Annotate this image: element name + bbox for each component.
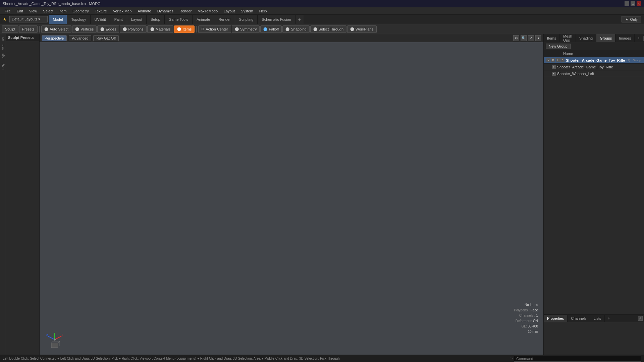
right-panel-tabs: Items Mesh Ops Shading Groups Images + ⤢ — [544, 34, 644, 42]
br-tab-properties[interactable]: Properties — [544, 315, 568, 322]
viewport-settings-icon[interactable]: ⚙ — [513, 35, 519, 41]
tab-paint[interactable]: Paint — [110, 15, 127, 24]
select-through-button[interactable]: ⬤ Select Through — [310, 25, 346, 33]
render-icon[interactable]: R — [551, 58, 555, 62]
br-expand-icon[interactable]: ⤢ — [638, 316, 643, 321]
workplane-button[interactable]: ⬤ WorkPlane — [347, 25, 377, 33]
sculpt-button[interactable]: Sculpt — [2, 25, 18, 33]
menu-select[interactable]: Select — [40, 8, 56, 14]
symmetry-button[interactable]: ⬤ Symmetry — [232, 25, 260, 33]
viewport-stats: No Items Polygons : Face Channels : 1 De… — [514, 302, 538, 335]
viewport-expand-icon[interactable]: ⤢ — [528, 35, 534, 41]
polygons-button[interactable]: ⬤ Polygons — [120, 25, 146, 33]
menu-file[interactable]: File — [2, 8, 13, 14]
tab-topology[interactable]: Topology — [67, 15, 90, 24]
menu-edit[interactable]: Edit — [14, 8, 26, 14]
tab-game-tools[interactable]: Game Tools — [165, 15, 193, 24]
items-button[interactable]: ⬤ Items — [174, 25, 195, 33]
menu-help[interactable]: Help — [257, 8, 270, 14]
viewport-zoom-icon[interactable]: 🔍 — [521, 35, 527, 41]
right-panel-expand-icon[interactable]: ⤢ — [643, 36, 644, 41]
tab-schematic-fusion[interactable]: Schematic Fusion — [258, 15, 295, 24]
snapping-button[interactable]: ⬤ Snapping — [282, 25, 310, 33]
maximize-button[interactable]: □ — [631, 1, 635, 6]
viewport[interactable]: Perspective Advanced Ray GL: Off ⚙ 🔍 ⤢ ▾ — [40, 34, 543, 355]
command-area: > — [511, 356, 641, 362]
svg-text:Y: Y — [54, 331, 56, 333]
tab-layout[interactable]: Layout — [127, 15, 147, 24]
br-tab-add[interactable]: + — [605, 315, 613, 322]
right-tab-images[interactable]: Images — [615, 34, 635, 42]
toolbar: Sculpt Presets ⬤ Auto Select ⬤ Vertices … — [0, 24, 644, 34]
status-bar: Left Double Click: Select Connected ● Le… — [0, 355, 644, 362]
edges-button[interactable]: ⬤ Edges — [97, 25, 119, 33]
menu-layout[interactable]: Layout — [221, 8, 237, 14]
svg-text:Z: Z — [46, 334, 48, 337]
group-item-toy-rifle[interactable]: ▾ Shooter_Arcade_Game_Toy_Rifle — [544, 64, 644, 70]
menu-animate[interactable]: Animate — [135, 8, 154, 14]
window-title: Shooter_Arcade_Game_Toy_Rifle_modo_base.… — [3, 2, 101, 6]
menu-item[interactable]: Item — [57, 8, 69, 14]
title-controls[interactable]: — □ ✕ — [625, 1, 641, 6]
viewport-tab-advanced[interactable]: Advanced — [69, 35, 91, 41]
only-button[interactable]: ★ Only — [622, 16, 641, 22]
group-item-weapon-left[interactable]: ▾ Shooter_Weapon_Left — [544, 70, 644, 77]
tab-add-button[interactable]: + — [296, 15, 304, 24]
command-input[interactable] — [514, 356, 641, 362]
right-tab-shading[interactable]: Shading — [576, 34, 596, 42]
visibility-icon[interactable]: V — [546, 58, 550, 62]
right-panel: Items Mesh Ops Shading Groups Images + ⤢… — [543, 34, 644, 355]
menu-vertex-map[interactable]: Vertex Map — [110, 8, 135, 14]
layout-dropdown[interactable]: Default Layouts ▾ — [9, 16, 48, 22]
right-tab-mesh-ops[interactable]: Mesh Ops — [560, 34, 576, 42]
svg-text:X: X — [62, 333, 63, 336]
action-center-button[interactable]: ⊕ Action Center — [198, 25, 231, 33]
visibility-icons: V R L C — [546, 58, 565, 62]
visibility-icon-2[interactable]: ▾ — [552, 65, 556, 69]
lock-icon[interactable]: L — [556, 58, 560, 62]
left-tab-vert[interactable]: Vert — [1, 43, 5, 51]
presets-button[interactable]: Presets — [19, 25, 38, 33]
visibility-icon-3[interactable]: ▾ — [552, 72, 556, 76]
right-tab-items[interactable]: Items — [544, 34, 560, 42]
materials-button[interactable]: ⬤ Materials — [147, 25, 174, 33]
viewport-tab-perspective[interactable]: Perspective — [42, 35, 67, 41]
left-tab-uv[interactable]: UV — [1, 36, 5, 43]
close-button[interactable]: ✕ — [637, 1, 641, 6]
minimize-button[interactable]: — — [625, 1, 629, 6]
br-tab-channels[interactable]: Channels — [568, 315, 590, 322]
left-tab-edge[interactable]: Edge — [1, 52, 5, 62]
menu-dynamics[interactable]: Dynamics — [155, 8, 176, 14]
visibility-icons-2: ▾ — [552, 65, 556, 69]
viewport-more-icon[interactable]: ▾ — [535, 35, 541, 41]
svg-line-56 — [58, 346, 60, 348]
tab-scripting[interactable]: Scripting — [235, 15, 258, 24]
tab-animate[interactable]: Animate — [193, 15, 214, 24]
svg-line-46 — [55, 336, 61, 340]
viewport-content[interactable]: No Items Polygons : Face Channels : 1 De… — [40, 42, 543, 355]
tab-uvedit[interactable]: UVEdit — [91, 15, 110, 24]
vertices-button[interactable]: ⬤ Vertices — [72, 25, 97, 33]
tab-setup[interactable]: Setup — [147, 15, 165, 24]
right-tab-groups[interactable]: Groups — [596, 34, 615, 42]
separator-2 — [196, 26, 197, 33]
group-item-shooter-arcade[interactable]: V R L C Shooter_Arcade_Game_Toy_Rifle (2… — [544, 57, 644, 64]
tab-model[interactable]: Model — [49, 15, 67, 24]
left-tab-poly[interactable]: Poly — [1, 62, 5, 71]
groups-panel: New Group Name V R L C Shooter_Arcade_Ga… — [544, 42, 644, 314]
menu-texture[interactable]: Texture — [92, 8, 110, 14]
properties-content — [544, 322, 644, 355]
auto-select-button[interactable]: ⬤ Auto Select — [41, 25, 71, 33]
menu-system[interactable]: System — [238, 8, 256, 14]
menu-geometry[interactable]: Geometry — [70, 8, 91, 14]
menu-view[interactable]: View — [26, 8, 40, 14]
falloff-button[interactable]: ⬤ Falloff — [260, 25, 282, 33]
right-tab-add[interactable]: + — [635, 34, 643, 42]
br-tab-lists[interactable]: Lists — [590, 315, 605, 322]
menu-maxtomodo[interactable]: MaxToModo — [195, 8, 220, 14]
menu-render[interactable]: Render — [177, 8, 194, 14]
viewport-tab-raygl[interactable]: Ray GL: Off — [93, 35, 119, 41]
new-group-button[interactable]: New Group — [546, 44, 571, 49]
tab-render[interactable]: Render — [214, 15, 235, 24]
camera-icon[interactable]: C — [560, 58, 565, 62]
